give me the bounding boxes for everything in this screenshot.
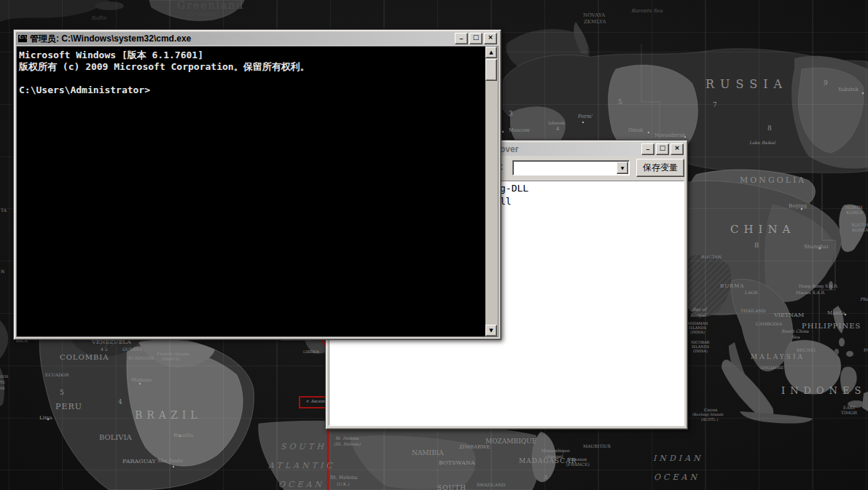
map-label: MAURITIUS: [583, 444, 611, 448]
scroll-up-button[interactable]: ▲: [485, 47, 497, 58]
maximize-button[interactable]: □: [656, 143, 669, 155]
map-label: OCEAN: [278, 481, 324, 489]
map-label: BHUTAN: [701, 255, 722, 259]
map-label: ECUADOR: [45, 373, 69, 377]
map-label: (Keeling) Islands: [692, 413, 724, 416]
map-label: 3: [509, 111, 513, 117]
map-label: BRUNEI: [797, 348, 816, 352]
map-label: Baffin: [91, 16, 106, 21]
map-label: French Guiana: [157, 352, 189, 356]
map-label: 5: [60, 390, 64, 396]
map-label: TA: [1, 208, 7, 213]
map-label: ZEMLYA: [584, 20, 606, 25]
map-label: São Paulo: [157, 459, 183, 464]
map-label: 4 5: [101, 347, 108, 352]
console-output: Microsoft Windows [版本 6.1.7601]版权所有 (c) …: [19, 50, 483, 96]
maximize-button[interactable]: □: [469, 33, 482, 44]
map-label: (St. Helena): [334, 442, 361, 446]
close-button[interactable]: ×: [670, 143, 684, 155]
map-label: Manaus: [131, 378, 152, 383]
map-label: OCEAN: [654, 473, 700, 481]
map-label: Bengal: [690, 313, 705, 317]
list-item-fragment[interactable]: ll: [500, 196, 512, 208]
map-label: LAOS: [745, 291, 757, 295]
console-area[interactable]: Microsoft Windows [版本 6.1.7601]版权所有 (c) …: [16, 46, 498, 337]
map-label: Sea: [791, 335, 799, 339]
map-label: Brasilia: [173, 433, 193, 438]
map-label: NOVAYA: [583, 13, 605, 18]
map-label: TIMOR: [841, 411, 857, 415]
scroll-down-button[interactable]: ▼: [485, 325, 497, 336]
map-label: BOTSWANA: [439, 460, 475, 466]
cmd-titlebar[interactable]: C:\ 管理员: C:\Windows\system32\cmd.exe _ □…: [16, 32, 498, 45]
map-label: COLOMBIA: [60, 354, 109, 361]
map-label: 4: [556, 127, 559, 132]
cmd-icon: C:\: [17, 34, 28, 43]
cmd-window-title: 管理员: C:\Windows\system32\cmd.exe: [30, 33, 453, 45]
map-label: THAILAND: [740, 309, 765, 313]
desktop: Greenland(DENMARK)BaffinBarents SeaNOVAY…: [0, 0, 868, 490]
map-label: Macau S.A.R.: [796, 291, 826, 295]
tool-window-title: over: [500, 144, 518, 154]
map-label: (INDIA): [693, 349, 708, 353]
map-label: (DENMARK): [186, 12, 219, 17]
map-label: Omsk: [628, 128, 643, 133]
console-scrollbar[interactable]: ▲ ▼: [485, 47, 498, 336]
cmd-window: C:\ 管理员: C:\Windows\system32\cmd.exe _ □…: [13, 29, 501, 340]
map-label: NAMIBIA: [412, 450, 444, 457]
map-label: PERU: [55, 403, 82, 411]
map-label: PARAGUAY: [122, 459, 156, 465]
map-label: VIETNAM: [774, 312, 804, 318]
map-label: 7: [713, 102, 717, 108]
map-label: MALAYSIA: [751, 354, 805, 360]
map-label: INDONES: [781, 386, 866, 395]
map-label: Bay of: [692, 307, 706, 312]
map-label: 9: [824, 80, 828, 87]
console-line: Microsoft Windows [版本 6.1.7601]: [19, 50, 483, 61]
map-label: BURMA: [720, 284, 745, 289]
console-line: 版权所有 (c) 2009 Microsoft Corporation。保留所有…: [19, 61, 483, 73]
map-label: BRAZIL: [135, 410, 202, 420]
scrollbar-thumb[interactable]: [485, 59, 497, 81]
map-label: (INDIA): [690, 331, 705, 334]
map-label: 8: [754, 242, 759, 249]
map-label: Novosibirsk: [654, 133, 685, 138]
map-label: PHILIPPINES: [802, 323, 861, 330]
map-label: MADAGASCAR: [519, 458, 576, 465]
map-label: Yakutsk: [838, 87, 859, 92]
map-label: VENEZUELA: [92, 339, 131, 345]
map-label: Izhevsk: [548, 121, 565, 125]
variable-combobox[interactable]: ▼: [512, 160, 630, 175]
console-line: [19, 73, 483, 84]
map-label: N: [1, 269, 4, 274]
save-variable-button[interactable]: 保存变量: [636, 159, 684, 177]
map-label: (FRANCE): [161, 357, 181, 361]
map-label: Greenland: [177, 0, 244, 10]
map-label: INDIAN: [653, 454, 703, 462]
map-label: MONGOLIA: [740, 176, 806, 184]
minimize-button[interactable]: _: [455, 33, 468, 44]
map-label: PA: [864, 348, 868, 352]
map-label: Perm': [578, 114, 593, 119]
console-line: C:\Users\Administrator>: [19, 84, 483, 96]
map-label: Manila: [827, 311, 845, 316]
map-label: channel: [545, 454, 563, 459]
map-label: SOUTH: [281, 443, 327, 451]
map-label: Shanghai: [804, 245, 828, 250]
map-label: Beijing: [789, 204, 807, 209]
map-label: SINGAPORE: [760, 366, 783, 370]
minimize-button[interactable]: _: [641, 143, 654, 155]
close-button[interactable]: ×: [484, 33, 497, 44]
map-label: GOS: [0, 375, 9, 379]
list-item-fragment[interactable]: g-DLL: [500, 183, 528, 194]
map-label: St. Helena: [330, 475, 357, 481]
map-label: Hong Kong S.A.R.: [799, 284, 838, 288]
chevron-down-icon[interactable]: ▼: [617, 162, 628, 174]
map-label: (AUSTL.): [701, 418, 718, 422]
map-label: 4: [118, 399, 122, 406]
map-label: KOREA: [852, 228, 868, 232]
map-label: 8: [767, 125, 772, 132]
map-label: Lima: [39, 416, 52, 421]
map-label: TS: [0, 381, 5, 384]
map-label: CAMBODIA: [756, 322, 782, 326]
